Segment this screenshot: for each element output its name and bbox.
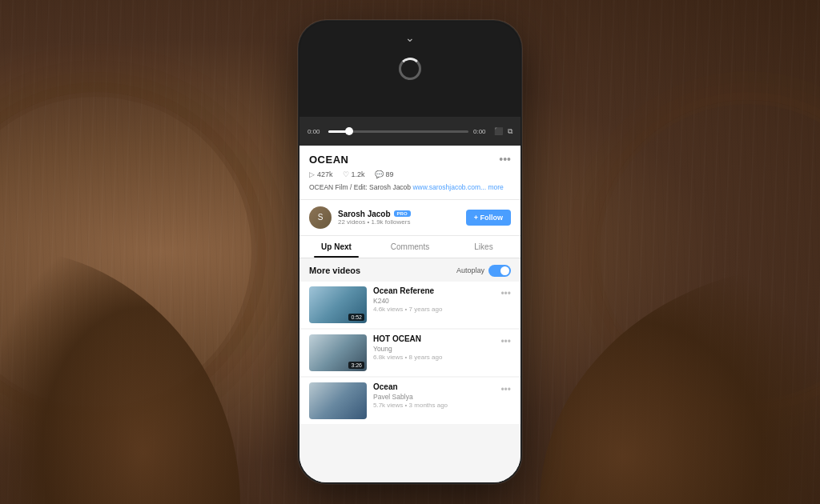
- more-options-icon[interactable]: •••: [499, 154, 511, 165]
- video-item-more-2[interactable]: •••: [500, 334, 511, 347]
- play-icon: ▷: [309, 170, 315, 178]
- video-item-channel-2: Young: [373, 345, 494, 353]
- total-time: 0:00: [473, 128, 489, 135]
- cast-icon[interactable]: ⬛: [494, 127, 503, 135]
- heart-icon: ♡: [343, 170, 349, 178]
- video-stats-row: ▷ 427k ♡ 1.2k 💬 89: [309, 170, 511, 178]
- desc-text: OCEAN Film / Edit: Sarosh Jacob: [309, 183, 411, 191]
- autoplay-label: Autoplay: [456, 266, 484, 274]
- list-item[interactable]: 3:26 HOT OCEAN Young 6.8k views • 8 year…: [299, 330, 521, 376]
- website-link[interactable]: www.saroshjacob.com...: [412, 183, 486, 191]
- play-count: ▷ 427k: [309, 170, 333, 178]
- video-item-stats-1: 4.6k views • 7 years ago: [373, 306, 494, 313]
- follow-button[interactable]: + Follow: [466, 210, 511, 226]
- chevron-down-icon[interactable]: ⌄: [405, 31, 415, 44]
- channel-name[interactable]: Sarosh Jacob: [338, 210, 391, 218]
- channel-info: Sarosh Jacob PRO 22 videos • 1.9k follow…: [338, 210, 460, 226]
- comment-count[interactable]: 💬 89: [375, 170, 394, 178]
- channel-row: S Sarosh Jacob PRO 22 videos • 1.9k foll…: [299, 200, 521, 236]
- list-item[interactable]: 0:52 Ocean Referene K240 4.6k views • 7 …: [299, 282, 521, 328]
- progress-fill: [328, 130, 349, 133]
- video-item-channel-1: K240: [373, 297, 494, 305]
- tab-likes[interactable]: Likes: [447, 236, 521, 258]
- phone-body: ⌄ 0:00 0:00 ⬛ ⧉: [298, 20, 522, 484]
- video-description: OCEAN Film / Edit: Sarosh Jacob www.saro…: [309, 183, 511, 193]
- thumb-image-3: [309, 382, 367, 419]
- progress-bar-area: 0:00 0:00 ⬛ ⧉: [299, 117, 521, 146]
- phone-container: ⌄ 0:00 0:00 ⬛ ⧉: [298, 20, 522, 484]
- duration-2: 3:26: [348, 362, 364, 369]
- video-thumbnail-1: 0:52: [309, 286, 367, 323]
- video-title: OCEAN: [309, 154, 348, 166]
- current-time: 0:00: [308, 128, 324, 135]
- list-item[interactable]: Ocean Pavel Sablya 5.7k views • 3 months…: [299, 378, 521, 424]
- like-count[interactable]: ♡ 1.2k: [343, 170, 365, 178]
- more-link[interactable]: more: [488, 183, 503, 191]
- video-item-title-3: Ocean: [373, 382, 494, 391]
- video-thumbnail-3: [309, 382, 367, 419]
- video-item-title-2: HOT OCEAN: [373, 334, 494, 343]
- video-meta-3: Ocean Pavel Sablya 5.7k views • 3 months…: [373, 382, 494, 409]
- video-player[interactable]: ⌄ 0:00 0:00 ⬛ ⧉: [299, 22, 521, 146]
- video-item-title-1: Ocean Referene: [373, 286, 494, 295]
- tabs-row: Up Next Comments Likes: [299, 236, 521, 258]
- more-videos-header: More videos Autoplay: [299, 258, 521, 282]
- avatar-letter: S: [318, 213, 324, 222]
- comment-icon: 💬: [375, 170, 384, 178]
- video-meta-1: Ocean Referene K240 4.6k views • 7 years…: [373, 286, 494, 313]
- tab-comments[interactable]: Comments: [373, 236, 447, 258]
- more-videos-label: More videos: [309, 266, 360, 275]
- progress-track[interactable]: [328, 130, 468, 133]
- tab-likes-label: Likes: [474, 242, 492, 251]
- channel-meta: 22 videos • 1.9k followers: [338, 218, 460, 226]
- pro-badge: PRO: [394, 210, 411, 217]
- duration-1: 0:52: [348, 314, 364, 321]
- autoplay-toggle[interactable]: [488, 265, 511, 277]
- like-count-value: 1.2k: [352, 170, 365, 178]
- video-item-more-1[interactable]: •••: [500, 286, 511, 299]
- avatar[interactable]: S: [309, 206, 332, 229]
- tab-up-next[interactable]: Up Next: [299, 236, 373, 258]
- video-item-channel-3: Pavel Sablya: [373, 393, 494, 401]
- video-info-section: OCEAN ••• ▷ 427k ♡ 1.2k 💬: [299, 146, 521, 200]
- video-item-stats-2: 6.8k views • 8 years ago: [373, 354, 494, 361]
- video-thumbnail-2: 3:26: [309, 334, 367, 371]
- play-count-value: 427k: [317, 170, 333, 178]
- comment-count-value: 89: [386, 170, 394, 178]
- progress-thumb: [345, 127, 353, 135]
- tab-up-next-label: Up Next: [321, 242, 352, 251]
- video-list: 0:52 Ocean Referene K240 4.6k views • 7 …: [299, 282, 521, 482]
- video-meta-2: HOT OCEAN Young 6.8k views • 8 years ago: [373, 334, 494, 361]
- video-item-more-3[interactable]: •••: [500, 382, 511, 395]
- tab-comments-label: Comments: [391, 242, 429, 251]
- content-area: OCEAN ••• ▷ 427k ♡ 1.2k 💬: [299, 146, 521, 482]
- autoplay-row: Autoplay: [456, 265, 511, 277]
- video-item-stats-3: 5.7k views • 3 months ago: [373, 402, 494, 409]
- fullscreen-icon[interactable]: ⧉: [508, 127, 512, 136]
- loading-spinner: [399, 58, 421, 80]
- player-controls: ⬛ ⧉: [494, 127, 512, 136]
- phone-screen: ⌄ 0:00 0:00 ⬛ ⧉: [299, 22, 521, 482]
